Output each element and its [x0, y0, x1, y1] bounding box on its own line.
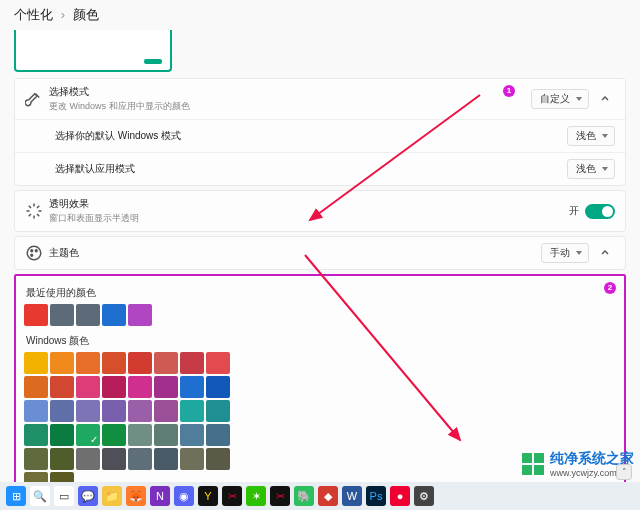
taskbar-word-icon[interactable]: W: [342, 486, 362, 506]
color-swatch[interactable]: [102, 424, 126, 446]
color-swatch[interactable]: [76, 376, 100, 398]
theme-preview-tile: [14, 30, 172, 72]
color-swatch[interactable]: [180, 352, 204, 374]
transparency-card: 透明效果 窗口和表面显示半透明 开: [14, 190, 626, 232]
taskbar-explorer-icon[interactable]: 📁: [102, 486, 122, 506]
taskbar-settings-icon[interactable]: ⚙: [414, 486, 434, 506]
annotation-badge-2: 2: [604, 282, 616, 294]
recent-color-swatch[interactable]: [76, 304, 100, 326]
color-row: [24, 424, 616, 446]
windows-colors-label: Windows 颜色: [26, 334, 616, 348]
mode-select[interactable]: 自定义: [531, 89, 589, 109]
color-swatch[interactable]: [102, 376, 126, 398]
taskbar-wechat-icon[interactable]: ✶: [246, 486, 266, 506]
accent-row[interactable]: 主题色 手动: [15, 237, 625, 269]
accent-title: 主题色: [49, 246, 541, 260]
choose-mode-row[interactable]: 选择模式 更改 Windows 和应用中显示的颜色 1 自定义: [15, 79, 625, 120]
recent-color-swatch[interactable]: [128, 304, 152, 326]
taskbar-firefox-icon[interactable]: 🦊: [126, 486, 146, 506]
color-swatch[interactable]: [76, 424, 100, 446]
color-swatch[interactable]: [180, 448, 204, 470]
annotation-badge-1: 1: [503, 85, 515, 97]
color-swatch[interactable]: [24, 352, 48, 374]
accent-card: 主题色 手动: [14, 236, 626, 270]
chevron-right-icon: ›: [61, 7, 65, 22]
color-swatch[interactable]: [50, 424, 74, 446]
color-swatch[interactable]: [102, 352, 126, 374]
transparency-title: 透明效果: [49, 197, 569, 211]
color-swatch[interactable]: [154, 448, 178, 470]
tray-chevron-icon[interactable]: ˄: [616, 464, 632, 480]
color-swatch[interactable]: [154, 424, 178, 446]
recent-colors-row: [24, 304, 616, 326]
recent-color-swatch[interactable]: [102, 304, 126, 326]
transparency-sub: 窗口和表面显示半透明: [49, 212, 569, 225]
taskbar: ⊞🔍▭💬📁🦊N◉Y✂✶✂🐘◆WPs●⚙: [0, 482, 640, 510]
expand-chevron-icon[interactable]: [595, 243, 615, 263]
color-swatch[interactable]: [102, 448, 126, 470]
taskbar-evernote-icon[interactable]: 🐘: [294, 486, 314, 506]
taskbar-taskview-icon[interactable]: ▭: [54, 486, 74, 506]
color-swatch[interactable]: [128, 352, 152, 374]
color-swatch[interactable]: [128, 376, 152, 398]
taskbar-onenote-icon[interactable]: N: [150, 486, 170, 506]
color-swatch[interactable]: [50, 376, 74, 398]
color-swatch[interactable]: [180, 424, 204, 446]
color-swatch[interactable]: [24, 424, 48, 446]
color-row: [24, 352, 616, 374]
transparency-toggle[interactable]: [585, 204, 615, 219]
color-swatch[interactable]: [180, 376, 204, 398]
color-swatch[interactable]: [50, 448, 74, 470]
taskbar-ps-icon[interactable]: Ps: [366, 486, 386, 506]
color-swatch[interactable]: [206, 352, 230, 374]
color-swatch[interactable]: [24, 448, 48, 470]
expand-chevron-icon[interactable]: [595, 89, 615, 109]
windows-mode-select[interactable]: 浅色: [567, 126, 615, 146]
breadcrumb-parent[interactable]: 个性化: [14, 7, 53, 22]
svg-point-3: [31, 254, 33, 256]
color-swatch[interactable]: [206, 400, 230, 422]
color-swatch[interactable]: [50, 400, 74, 422]
taskbar-cap1-icon[interactable]: Y: [198, 486, 218, 506]
color-swatch[interactable]: [76, 448, 100, 470]
color-swatch[interactable]: [206, 448, 230, 470]
color-swatch[interactable]: [206, 376, 230, 398]
color-swatch[interactable]: [128, 400, 152, 422]
color-swatch[interactable]: [154, 400, 178, 422]
svg-point-2: [35, 250, 37, 252]
color-swatch[interactable]: [180, 400, 204, 422]
choose-mode-sub: 更改 Windows 和应用中显示的颜色: [49, 100, 531, 113]
color-row: [24, 400, 616, 422]
taskbar-cap3-icon[interactable]: ✂: [270, 486, 290, 506]
taskbar-cap2-icon[interactable]: ✂: [222, 486, 242, 506]
color-swatch[interactable]: [154, 376, 178, 398]
color-swatch[interactable]: [128, 424, 152, 446]
color-swatch[interactable]: [76, 400, 100, 422]
app-mode-row: 选择默认应用模式 浅色: [15, 153, 625, 185]
color-swatch[interactable]: [102, 400, 126, 422]
taskbar-start-icon[interactable]: ⊞: [6, 486, 26, 506]
brush-icon: [25, 90, 43, 108]
color-swatch[interactable]: [24, 376, 48, 398]
color-swatch[interactable]: [24, 400, 48, 422]
app-mode-select[interactable]: 浅色: [567, 159, 615, 179]
taskbar-discord-icon[interactable]: ◉: [174, 486, 194, 506]
recent-color-swatch[interactable]: [50, 304, 74, 326]
taskbar-scr-icon[interactable]: ●: [390, 486, 410, 506]
transparency-state-label: 开: [569, 204, 579, 218]
accent-mode-select[interactable]: 手动: [541, 243, 589, 263]
color-swatch[interactable]: [128, 448, 152, 470]
sparkle-icon: [25, 202, 43, 220]
color-swatch[interactable]: [154, 352, 178, 374]
recent-color-swatch[interactable]: [24, 304, 48, 326]
taskbar-search-icon[interactable]: 🔍: [30, 486, 50, 506]
color-swatch[interactable]: [50, 352, 74, 374]
color-swatch[interactable]: [206, 424, 230, 446]
taskbar-app1-icon[interactable]: ◆: [318, 486, 338, 506]
watermark-logo-icon: [522, 453, 544, 475]
transparency-row: 透明效果 窗口和表面显示半透明 开: [15, 191, 625, 231]
color-swatch[interactable]: [76, 352, 100, 374]
taskbar-chat-icon[interactable]: 💬: [78, 486, 98, 506]
breadcrumb: 个性化 › 颜色: [0, 0, 640, 28]
windows-mode-row: 选择你的默认 Windows 模式 浅色: [15, 120, 625, 153]
